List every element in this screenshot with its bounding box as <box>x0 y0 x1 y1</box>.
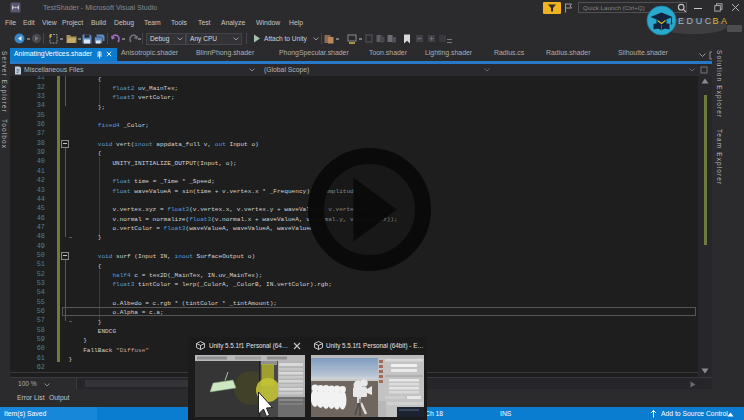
svg-text:BA: BA <box>713 16 730 26</box>
svg-text:EDUC: EDUC <box>678 16 714 26</box>
